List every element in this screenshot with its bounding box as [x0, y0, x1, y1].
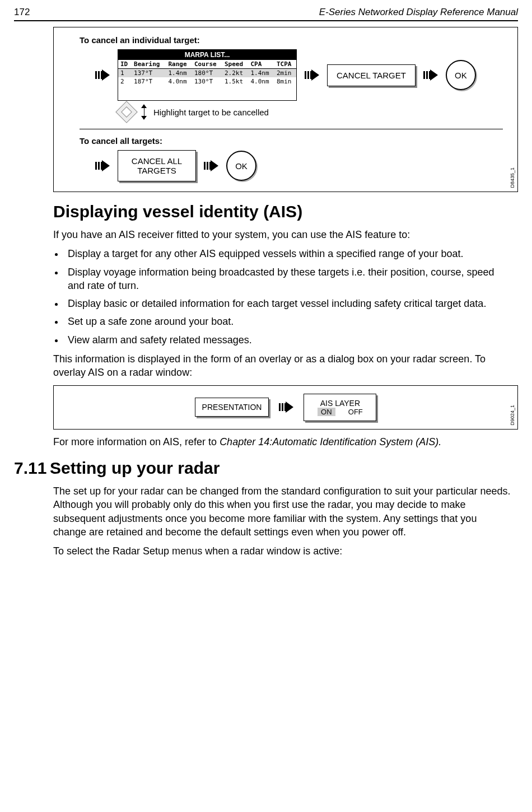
- cancel-all-targets-button[interactable]: CANCEL ALL TARGETS: [118, 150, 196, 181]
- diagram-id-label: D9024_1: [510, 405, 515, 426]
- up-down-icon: [141, 104, 147, 120]
- ok-button[interactable]: OK: [446, 60, 476, 90]
- ais-content: If you have an AIS receiver fitted to yo…: [53, 228, 512, 380]
- arrow-icon: [204, 160, 218, 171]
- list-item: Set up a safe zone around your boat.: [64, 315, 512, 328]
- highlight-caption-row: Highlight target to be cancelled: [119, 104, 503, 120]
- list-item: Display basic or detailed information fo…: [64, 297, 512, 310]
- section-number: 7.11: [14, 459, 50, 478]
- marpa-table: ID Bearing Range Course Speed CPA TCPA 1…: [118, 60, 296, 100]
- list-item: Display voyage information being broadca…: [64, 265, 512, 293]
- marpa-list: MARPA LIST... ID Bearing Range Course Sp…: [118, 49, 297, 101]
- radar-para2: To select the Radar Setup menus when a r…: [53, 544, 512, 558]
- ok-button[interactable]: OK: [226, 151, 256, 181]
- arrow-icon: [423, 69, 438, 81]
- document-title: E-Series Networked Display Reference Man…: [319, 7, 518, 18]
- ais-bullet-list: Display a target for any other AIS equip…: [64, 247, 512, 347]
- flow-row-presentation: PRESENTATION AIS LAYER ON OFF: [68, 394, 503, 421]
- diagram-id-label: D8435_1: [510, 167, 515, 188]
- page-header: 172 E-Series Networked Display Reference…: [14, 0, 518, 21]
- arrow-icon: [95, 69, 110, 81]
- page-number: 172: [14, 7, 30, 18]
- ais-intro: If you have an AIS receiver fitted to yo…: [53, 228, 512, 241]
- ais-footer: For more information on AIS, refer to Ch…: [53, 435, 512, 449]
- ais-footer-text: For more information on AIS, refer to Ch…: [53, 435, 512, 449]
- radar-content: The set up for your radar can be changed…: [53, 484, 512, 558]
- flow-row-all: CANCEL ALL TARGETS OK: [95, 150, 503, 181]
- ais-layer-toggle[interactable]: AIS LAYER ON OFF: [304, 394, 376, 421]
- list-item: Display a target for any other AIS equip…: [64, 247, 512, 260]
- highlight-caption: Highlight target to be cancelled: [153, 108, 269, 117]
- list-item: View alarm and safety related messages.: [64, 333, 512, 347]
- navpad-icon: [115, 101, 138, 123]
- cancel-target-button[interactable]: CANCEL TARGET: [327, 64, 416, 86]
- cancel-target-diagram: To cancel an individual target: MARPA LI…: [53, 27, 518, 192]
- ais-overlay-diagram: PRESENTATION AIS LAYER ON OFF D9024_1: [53, 385, 518, 430]
- radar-para1: The set up for your radar can be changed…: [53, 484, 512, 539]
- arrow-icon: [279, 402, 293, 413]
- arrow-icon: [95, 160, 110, 171]
- presentation-button[interactable]: PRESENTATION: [195, 398, 269, 417]
- ais-heading: Displaying vessel identity (AIS): [53, 202, 518, 221]
- ais-on-option: ON: [318, 408, 335, 416]
- ais-para2: This information is displayed in the for…: [53, 352, 512, 380]
- table-row: [118, 86, 296, 100]
- radar-setup-heading: 7.11Setting up your radar: [14, 459, 518, 478]
- cancel-all-title: To cancel all targets:: [80, 136, 503, 146]
- marpa-list-title: MARPA LIST...: [118, 50, 296, 60]
- ais-off-option: OFF: [348, 408, 363, 416]
- arrow-icon: [305, 69, 319, 81]
- divider: [80, 129, 503, 129]
- flow-row-individual: MARPA LIST... ID Bearing Range Course Sp…: [95, 49, 503, 101]
- table-row[interactable]: 1 137°T 1.4nm 180°T 2.2kt 1.4nm 2min: [118, 69, 296, 78]
- cancel-individual-title: To cancel an individual target:: [80, 35, 503, 45]
- table-row[interactable]: 2 187°T 4.0nm 130°T 1.5kt 4.0nm 8min: [118, 77, 296, 86]
- table-header-row: ID Bearing Range Course Speed CPA TCPA: [118, 60, 296, 69]
